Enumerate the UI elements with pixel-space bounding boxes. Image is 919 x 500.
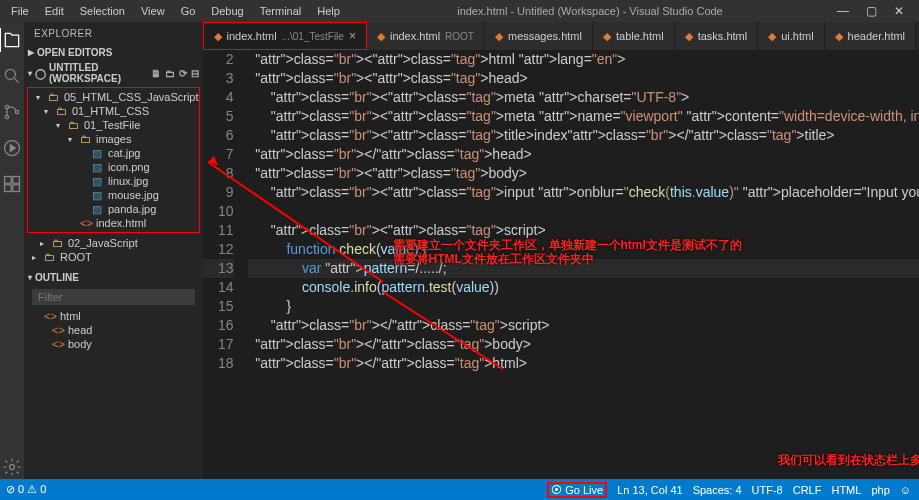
svg-rect-7 <box>5 185 12 192</box>
explorer-icon[interactable] <box>0 28 23 52</box>
window-title: index.html - Untitled (Workspace) - Visu… <box>347 5 833 17</box>
svg-rect-5 <box>5 177 12 184</box>
editor: ◆index.html...\01_TestFile×◆index.htmlRO… <box>203 22 919 479</box>
tree-item[interactable]: <>head <box>24 323 203 337</box>
tree-item[interactable]: ▾🗀01_TestFile <box>28 118 199 132</box>
tab[interactable]: ◆ui.html <box>758 22 824 50</box>
tree-item[interactable]: ▨icon.png <box>28 160 199 174</box>
tree-item[interactable]: ▨panda.jpg <box>28 202 199 216</box>
menu-terminal[interactable]: Terminal <box>253 3 309 19</box>
status-item[interactable]: Ln 13, Col 41 <box>617 484 682 496</box>
tree-item[interactable]: ▨linux.jpg <box>28 174 199 188</box>
source-control-icon[interactable] <box>0 100 24 124</box>
activity-bar <box>0 22 24 479</box>
tree-item[interactable]: ▸🗀02_JavaScript <box>24 236 203 250</box>
debug-icon[interactable] <box>0 136 24 160</box>
search-icon[interactable] <box>0 64 24 88</box>
tree-item[interactable]: <>html <box>24 309 203 323</box>
maximize-button[interactable]: ▢ <box>861 4 881 18</box>
tree-item[interactable]: <>body <box>24 337 203 351</box>
tree-item[interactable]: ▾🗀05_HTML_CSS_JavaScript <box>28 90 199 104</box>
status-bar: ⊘ 0 ⚠ 0 ⦿ Go LiveLn 13, Col 41Spaces: 4U… <box>0 479 919 500</box>
status-item[interactable]: HTML <box>831 484 861 496</box>
menu-file[interactable]: File <box>4 3 36 19</box>
tab[interactable]: ◆header.html <box>825 22 916 50</box>
menu-edit[interactable]: Edit <box>38 3 71 19</box>
titlebar: FileEditSelectionViewGoDebugTerminalHelp… <box>0 0 919 22</box>
tab[interactable]: ◆index.html...\01_TestFile× <box>203 22 367 50</box>
annotation-3: 我们可以看到在状态栏上多了Go Live <box>778 452 919 469</box>
svg-rect-8 <box>13 185 20 192</box>
menu-view[interactable]: View <box>134 3 172 19</box>
svg-point-3 <box>15 110 18 113</box>
tab-bar: ◆index.html...\01_TestFile×◆index.htmlRO… <box>203 22 919 50</box>
tree-item[interactable]: <>index.html <box>28 216 199 230</box>
open-editors-section[interactable]: ▶OPEN EDITORS <box>24 45 203 60</box>
tab[interactable]: ◆tasks.html <box>675 22 759 50</box>
tree-item[interactable]: ▾🗀images <box>28 132 199 146</box>
tree-item[interactable]: ▨mouse.jpg <box>28 188 199 202</box>
extensions-icon[interactable] <box>0 172 24 196</box>
svg-point-1 <box>5 105 8 108</box>
status-item[interactable]: ⊘ 0 ⚠ 0 <box>6 483 46 496</box>
explorer-header: EXPLORER <box>24 22 203 45</box>
new-folder-icon[interactable]: 🗀 <box>165 68 175 79</box>
svg-rect-6 <box>13 177 20 184</box>
close-button[interactable]: ✕ <box>889 4 909 18</box>
window-controls: — ▢ ✕ <box>833 4 915 18</box>
status-item[interactable]: ☺ <box>900 484 911 496</box>
outline-section[interactable]: ▾OUTLINE <box>24 270 203 285</box>
tree-item[interactable]: ▨cat.jpg <box>28 146 199 160</box>
tab[interactable]: ◆index.htmlROOT <box>367 22 485 50</box>
tab[interactable]: ◆messages.html <box>485 22 593 50</box>
minimize-button[interactable]: — <box>833 4 853 18</box>
status-item[interactable]: Spaces: 4 <box>693 484 742 496</box>
svg-point-9 <box>10 465 15 470</box>
status-item[interactable]: CRLF <box>793 484 822 496</box>
svg-point-0 <box>5 69 15 79</box>
tree-item[interactable]: ▾🗀01_HTML_CSS <box>28 104 199 118</box>
outline-filter-input[interactable] <box>32 289 195 305</box>
collapse-icon[interactable]: ⊟ <box>191 68 199 79</box>
menu-go[interactable]: Go <box>174 3 203 19</box>
sidebar: EXPLORER ▶OPEN EDITORS ▾◯UNTITLED (WORKS… <box>24 22 203 479</box>
workspace-section[interactable]: ▾◯UNTITLED (WORKSPACE) 🗎 🗀 ⟳ ⊟ <box>24 60 203 86</box>
new-file-icon[interactable]: 🗎 <box>151 68 161 79</box>
menu-debug[interactable]: Debug <box>204 3 250 19</box>
menu-help[interactable]: Help <box>310 3 347 19</box>
tab[interactable]: ◆table.html <box>593 22 675 50</box>
refresh-icon[interactable]: ⟳ <box>179 68 187 79</box>
status-item[interactable]: php <box>871 484 889 496</box>
annotation-2: 需要将HTML文件放在工作区文件夹中 <box>393 251 594 268</box>
svg-point-2 <box>5 115 8 118</box>
settings-icon[interactable] <box>0 455 24 479</box>
menu-bar: FileEditSelectionViewGoDebugTerminalHelp <box>4 3 347 19</box>
status-item[interactable]: UTF-8 <box>752 484 783 496</box>
menu-selection[interactable]: Selection <box>73 3 132 19</box>
close-icon[interactable]: × <box>349 29 356 43</box>
file-tree: ▾🗀05_HTML_CSS_JavaScript▾🗀01_HTML_CSS▾🗀0… <box>27 87 200 233</box>
tree-item[interactable]: ▸🗀ROOT <box>24 250 203 264</box>
go-live-button[interactable]: ⦿ Go Live <box>547 482 607 498</box>
